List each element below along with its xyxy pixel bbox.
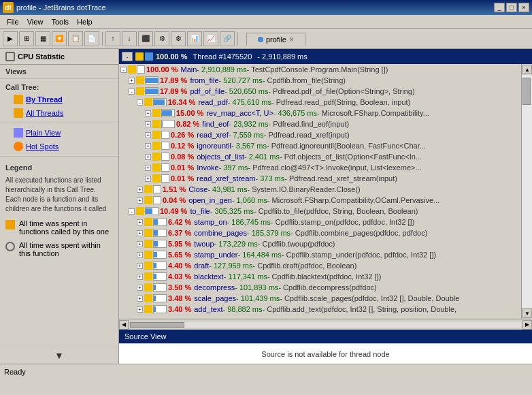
tree-row[interactable]: +3.40 % add_text - 98,882 ms - Cpdflib.a… [119, 304, 521, 315]
toolbar-btn-13[interactable]: 📈 [203, 31, 218, 46]
tree-expand-button[interactable]: + [129, 78, 135, 84]
toolbar-btn-12[interactable]: 📊 [187, 31, 202, 46]
tree-row-icons [144, 294, 167, 302]
tree-expand-button[interactable]: + [137, 306, 143, 313]
tree-expand-button[interactable]: + [145, 176, 151, 182]
tree-row-function-name: ignoreuntil [197, 142, 231, 150]
right-panel: - 100.00 % Thread #1475520 - 2,910,889 m… [119, 49, 532, 364]
tree-row[interactable]: +0.26 % read_xref - 7,559 ms - Pdfread.r… [119, 129, 521, 140]
scroll-track[interactable] [522, 75, 532, 308]
tree-expand-button[interactable]: + [137, 241, 143, 247]
tree-row[interactable]: +3.48 % scale_pages - 101,439 ms - Cpdfl… [119, 293, 521, 304]
tree-expand-button[interactable]: + [137, 198, 143, 204]
tree-row[interactable]: +6.37 % combine_pages - 185,379 ms - Cpd… [119, 227, 521, 238]
tree-row[interactable]: +6.42 % stamp_on - 186,745 ms - Cpdflib.… [119, 217, 521, 227]
tree-row[interactable]: +0.08 % objects_of_list - 2,401 ms - Pdf… [119, 151, 521, 162]
tree-row[interactable]: -17.89 % pdf_of_file - 520,650 ms - Pdfr… [119, 86, 521, 97]
thread-collapse-button[interactable]: - [122, 52, 133, 61]
sidebar-by-thread[interactable]: By Thread [0, 93, 118, 106]
tree-row[interactable]: +0.82 % find_eof - 23,932 ms - Pdfread.f… [119, 118, 521, 129]
tree-row-bar-empty [161, 153, 169, 161]
tree-row[interactable]: +5.65 % stamp_under - 164,484 ms - Cpdfl… [119, 249, 521, 260]
close-button[interactable]: × [518, 3, 529, 12]
tree-row[interactable]: +4.40 % draft - 127,959 ms - Cpdflib.dra… [119, 260, 521, 271]
scroll-up-button[interactable]: ▲ [522, 65, 532, 74]
tree-inner[interactable]: -100.00 % Main - 2,910,889 ms - TestCpdf… [119, 64, 521, 319]
tree-expand-button[interactable]: + [137, 187, 143, 193]
minimize-button[interactable]: _ [494, 3, 505, 12]
tree-expand-button[interactable]: - [137, 99, 143, 106]
tree-row[interactable]: +17.89 % from_file - 520,727 ms - Cpdfli… [119, 75, 521, 86]
tree-row-yellow-icon [152, 142, 161, 150]
scroll-right-button[interactable]: ▶ [522, 320, 532, 330]
menu-view[interactable]: View [23, 17, 48, 27]
h-scroll-thumb[interactable] [130, 322, 184, 328]
tree-row-bar-empty [153, 196, 161, 204]
toolbar-btn-11[interactable]: ⚙ [171, 31, 186, 46]
tree-row[interactable]: +0.04 % open_in_gen - 1,060 ms - Microso… [119, 195, 521, 206]
tree-expand-button[interactable]: + [137, 263, 143, 269]
toolbar-btn-9[interactable]: ⬛ [138, 31, 153, 46]
toolbar-btn-5[interactable]: 📋 [68, 31, 83, 46]
toolbar-btn-1[interactable]: ▶ [3, 31, 18, 46]
tree-expand-button[interactable]: + [145, 143, 151, 149]
tree-expand-button[interactable]: + [137, 230, 143, 236]
tree-row[interactable]: +5.95 % twoup - 173,229 ms - Cpdflib.two… [119, 238, 521, 249]
tree-expand-button[interactable]: - [129, 208, 135, 215]
tree-expand-button[interactable]: + [137, 296, 143, 302]
toolbar-btn-10[interactable]: ⚙ [154, 31, 169, 46]
scroll-left-button[interactable]: ◀ [119, 320, 129, 330]
tree-row-function-name: open_in_gen [188, 196, 232, 204]
profile-tab-close-button[interactable]: × [289, 35, 294, 44]
menu-help[interactable]: Help [73, 17, 97, 27]
tree-expand-button[interactable]: + [137, 219, 143, 225]
tree-expand-button[interactable]: + [145, 165, 151, 171]
maximize-button[interactable]: □ [506, 3, 517, 12]
tree-row-function-name: pdf_of_file [190, 87, 225, 95]
toolbar-btn-6[interactable]: 📄 [84, 31, 99, 46]
tree-expand-button[interactable]: - [129, 89, 135, 95]
toolbar-btn-4[interactable]: 🔽 [52, 31, 67, 46]
tree-row-yellow-icon [152, 120, 161, 128]
tree-row[interactable]: -10.49 % to_file - 305,325 ms - Cpdflib.… [119, 206, 521, 217]
menu-tools[interactable]: Tools [47, 17, 73, 27]
sidebar-all-threads[interactable]: All Threads [0, 106, 118, 120]
tree-row-yellow-icon [128, 65, 136, 74]
h-scroll-track[interactable] [130, 322, 521, 328]
toolbar-btn-8[interactable]: ↓ [122, 31, 137, 46]
toolbar-btn-2[interactable]: ⊞ [19, 31, 34, 46]
sidebar-hot-spots[interactable]: Hot Spots [0, 140, 118, 153]
tree-row-icons [136, 87, 159, 95]
tree-row[interactable]: -100.00 % Main - 2,910,889 ms - TestCpdf… [119, 64, 521, 75]
scroll-thumb[interactable] [522, 78, 531, 105]
toolbar-btn-3[interactable]: ▦ [35, 31, 50, 46]
horizontal-scrollbar[interactable]: ◀ ▶ [119, 319, 532, 330]
tree-row[interactable]: +3.50 % decompress - 101,893 ms - Cpdfli… [119, 282, 521, 293]
tree-expand-button[interactable]: - [120, 67, 127, 73]
tree-expand-button[interactable]: + [145, 110, 151, 116]
profile-tab[interactable]: profile × [246, 33, 305, 46]
tree-expand-button[interactable]: + [137, 274, 143, 280]
call-tree-label: Call Tree: [0, 79, 118, 93]
menu-file[interactable]: File [3, 17, 23, 27]
sidebar-plain-view[interactable]: Plain View [0, 126, 118, 140]
tree-row[interactable]: +15.00 % rev_map_acc<T, U> - 436,675 ms … [119, 108, 521, 118]
toolbar-btn-7[interactable]: ↑ [105, 31, 120, 46]
cpu-statistic-tab[interactable]: CPU Statistic [0, 49, 118, 65]
sidebar-scroll-down[interactable]: ▼ [0, 347, 118, 364]
tree-row[interactable]: -16.34 % read_pdf - 475,610 ms - Pdfread… [119, 97, 521, 108]
tree-row[interactable]: +1.51 % Close - 43,981 ms - System.IO.Bi… [119, 184, 521, 195]
vertical-scrollbar[interactable]: ▲ ▼ [521, 64, 532, 319]
scroll-down-button[interactable]: ▼ [522, 309, 532, 318]
toolbar-btn-14[interactable]: 🔗 [220, 31, 235, 46]
tree-row[interactable]: +0.01 % Invoke - 397 ms - Pdfread.clo@49… [119, 162, 521, 173]
tree-expand-button[interactable]: + [145, 121, 151, 127]
tree-row[interactable]: +0.01 % read_xref_stream - 373 ms - Pdfr… [119, 173, 521, 184]
tree-expand-button[interactable]: + [145, 132, 151, 138]
tree-row[interactable]: +0.12 % ignoreuntil - 3,567 ms - Pdfread… [119, 140, 521, 151]
tree-expand-button[interactable]: + [137, 285, 143, 291]
tree-row[interactable]: +4.03 % blacktext - 117,341 ms - Cpdflib… [119, 271, 521, 282]
sidebar-down-arrow-icon[interactable]: ▼ [54, 350, 64, 361]
tree-expand-button[interactable]: + [137, 252, 143, 258]
tree-expand-button[interactable]: + [145, 154, 151, 160]
